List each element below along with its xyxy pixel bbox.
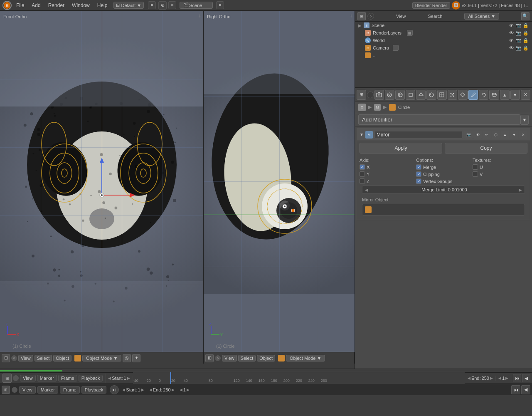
- start-arrow-r[interactable]: ▶: [127, 376, 130, 380]
- layout-selector[interactable]: ⊞ Default ▼: [113, 2, 144, 9]
- prop-material-icon[interactable]: [426, 90, 436, 100]
- footer-prev[interactable]: ◀: [521, 385, 530, 394]
- mod-expand-arrow[interactable]: ▼: [360, 132, 364, 137]
- footer-start-arrow[interactable]: ◀: [122, 388, 125, 392]
- outliner-camera[interactable]: C Camera 👁 📷 🔒: [355, 44, 532, 52]
- panel-grid-icon[interactable]: ⊞: [357, 12, 366, 20]
- prop-constraints-icon[interactable]: [479, 90, 488, 100]
- front-viewport[interactable]: Front Ortho +: [0, 11, 204, 352]
- mod-render-icon[interactable]: 📷: [464, 131, 473, 139]
- vport-icon-r[interactable]: ⊞: [205, 354, 214, 362]
- search-icon[interactable]: 🔍: [521, 12, 530, 20]
- view-timeline-btn[interactable]: View: [20, 375, 36, 381]
- panel-dot-icon[interactable]: ○: [367, 13, 374, 20]
- footer-marker-btn[interactable]: Marker: [37, 386, 58, 394]
- mod-cage-icon[interactable]: ⬡: [492, 131, 500, 139]
- right-viewport[interactable]: Right Ortho +: [204, 11, 355, 352]
- footer-dot[interactable]: [12, 387, 17, 393]
- prev-frame-btn[interactable]: ◀: [522, 374, 530, 382]
- view-btn-l[interactable]: View: [18, 355, 33, 362]
- start-value[interactable]: 1: [124, 376, 126, 381]
- mod-eye-icon[interactable]: 👁: [473, 131, 482, 139]
- object-btn-l[interactable]: Object: [53, 355, 71, 362]
- outliner-renderlayers[interactable]: R RenderLayers ▤ 👁 📷 🔒: [355, 29, 532, 37]
- move-up-icon[interactable]: ▲: [500, 90, 510, 100]
- end-value[interactable]: 250: [482, 376, 489, 381]
- playback-btn[interactable]: Playback: [79, 375, 103, 381]
- select-btn-r[interactable]: Select: [238, 355, 256, 362]
- footer-cur-arrow-l[interactable]: ◀: [180, 388, 182, 392]
- u-checkbox[interactable]: [473, 164, 478, 170]
- prop-render-icon[interactable]: [374, 90, 384, 100]
- mirror-object-field[interactable]: [362, 204, 525, 215]
- timeline-ruler[interactable]: -40 -20 0 20 40 80 120 140 160 180 200 2…: [133, 372, 465, 384]
- prop-world-icon[interactable]: [395, 90, 405, 100]
- add-modifier-dropdown[interactable]: ▼: [520, 115, 529, 125]
- footer-frame-btn[interactable]: Frame: [60, 386, 80, 394]
- vertex-groups-checkbox[interactable]: [416, 178, 421, 184]
- prop-mesh-icon[interactable]: [416, 90, 426, 100]
- footer-jump-start[interactable]: ⏮: [511, 385, 520, 394]
- footer-start-val[interactable]: 1: [138, 387, 140, 392]
- menu-help[interactable]: Help: [94, 2, 111, 9]
- outliner-extra[interactable]: ...: [355, 52, 532, 59]
- prop-grid-icon[interactable]: ⊞: [357, 90, 366, 100]
- footer-grid-icon[interactable]: ⊞: [2, 386, 10, 394]
- v-checkbox[interactable]: [473, 171, 478, 177]
- tl-dot[interactable]: [13, 375, 19, 381]
- copy-button[interactable]: Copy: [445, 143, 527, 154]
- mod-edit-icon[interactable]: ✏: [483, 131, 491, 139]
- playback-icon[interactable]: ⏯: [110, 385, 119, 394]
- prop-object-icon[interactable]: [406, 90, 415, 100]
- add-modifier-btn[interactable]: Add Modifier: [358, 114, 520, 125]
- object-btn-r[interactable]: Object: [257, 355, 275, 362]
- menu-window[interactable]: Window: [69, 2, 93, 9]
- footer-playback-btn[interactable]: Playback: [81, 386, 107, 394]
- prop-texture-icon[interactable]: [437, 90, 447, 100]
- magnet-btn-l[interactable]: ✦: [132, 354, 140, 362]
- axis-z-checkbox[interactable]: [360, 178, 365, 184]
- outliner-world[interactable]: W World 👁 📷 🔒: [355, 37, 532, 44]
- footer-end-arrow-l[interactable]: ◀: [149, 388, 152, 392]
- footer-start-arrow-r[interactable]: ▶: [141, 388, 144, 392]
- footer-cur-val[interactable]: 1: [183, 387, 186, 392]
- menu-file[interactable]: File: [13, 2, 27, 9]
- view-icon[interactable]: ⊕: [158, 1, 167, 10]
- render-engine[interactable]: Blender Render: [412, 2, 450, 9]
- jump-start-btn[interactable]: ⏮: [513, 374, 521, 382]
- footer-end-arrow-r[interactable]: ▶: [172, 388, 175, 392]
- cf-arrow-l[interactable]: ◀: [498, 376, 501, 380]
- move-down-icon[interactable]: ▼: [510, 90, 520, 100]
- prop-physics-icon[interactable]: [458, 90, 468, 100]
- start-arrow-l[interactable]: ◀: [108, 376, 111, 380]
- view-btn-r[interactable]: View: [222, 355, 237, 362]
- mod-close-icon[interactable]: ✕: [519, 131, 527, 139]
- prop-particles-icon[interactable]: [448, 90, 457, 100]
- mod-up-icon[interactable]: ▲: [501, 131, 509, 139]
- tl-grid-icon[interactable]: ⊞: [2, 374, 12, 383]
- end-arrow-l[interactable]: ◀: [468, 376, 470, 380]
- prop-modifier-icon[interactable]: [468, 90, 478, 100]
- cf-arrow-r[interactable]: ▶: [505, 376, 508, 380]
- menu-add[interactable]: Add: [29, 2, 43, 9]
- mod-down-icon[interactable]: ▼: [510, 131, 518, 139]
- right-viewport-expand[interactable]: +: [350, 12, 353, 19]
- scene-selector[interactable]: 🎬 Scene: [180, 2, 213, 9]
- footer-cur-arrow-r[interactable]: ▶: [187, 388, 190, 392]
- footer-end-val[interactable]: 250: [163, 387, 170, 392]
- merge-limit-bar[interactable]: ◀ Merge Limit: 0.001000 ▶: [362, 186, 525, 194]
- all-scenes-selector[interactable]: All Scenes ▼: [464, 13, 499, 20]
- menu-render[interactable]: Render: [45, 2, 67, 9]
- outliner-scene[interactable]: ▶ S Scene 👁 📷 🔒: [355, 22, 532, 29]
- blender-logo[interactable]: B: [2, 1, 12, 10]
- marker-btn[interactable]: Marker: [37, 375, 57, 381]
- front-viewport-expand[interactable]: +: [198, 12, 202, 19]
- prop-data-icon[interactable]: [489, 90, 499, 100]
- prop-dot[interactable]: [367, 92, 373, 98]
- pivot-btn-l[interactable]: ◎: [123, 354, 131, 362]
- search-label[interactable]: Search: [428, 14, 442, 19]
- current-frame-value[interactable]: 1: [502, 376, 505, 381]
- mode-selector-r[interactable]: Object Mode ▼: [286, 355, 325, 362]
- clipping-checkbox[interactable]: [416, 171, 421, 177]
- mode-selector-l[interactable]: Object Mode ▼: [82, 355, 121, 362]
